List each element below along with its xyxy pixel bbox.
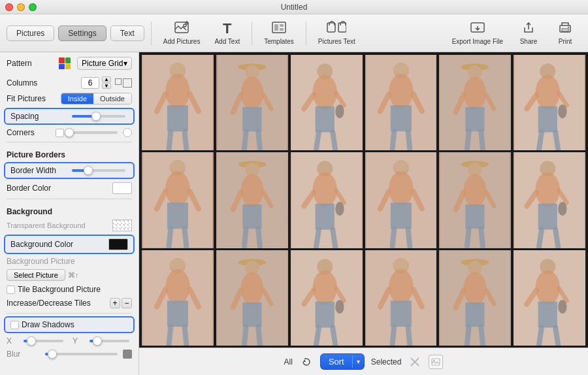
svg-line-120 — [555, 230, 558, 248]
svg-line-119 — [539, 230, 542, 248]
toolbar-separator-3 — [306, 22, 306, 45]
svg-point-97 — [389, 172, 413, 206]
add-text-button[interactable]: T Add Text — [209, 19, 245, 48]
columns-increment[interactable]: ▲ — [102, 76, 111, 82]
bg-picture-label: Background Picture — [7, 257, 132, 266]
picture-borders-header: Picture Borders — [0, 145, 139, 161]
select-picture-row: Select Picture ⌘↑ — [0, 267, 139, 283]
svg-line-74 — [169, 229, 171, 246]
pattern-label: Pattern — [7, 59, 52, 68]
transparent-bg-label: Transparent Background — [7, 221, 112, 229]
templates-button[interactable]: Templates — [259, 18, 299, 48]
tab-pictures[interactable]: Pictures — [7, 25, 54, 41]
close-button[interactable] — [5, 3, 13, 11]
add-pictures-button[interactable]: Add Pictures — [158, 18, 206, 48]
border-width-slider[interactable] — [72, 169, 125, 172]
pattern-dropdown[interactable]: Picture Grid ▾ — [77, 57, 132, 70]
shadow-x-thumb[interactable] — [27, 336, 36, 346]
image-placeholder-button[interactable] — [429, 355, 443, 369]
spacing-thumb[interactable] — [91, 112, 101, 121]
svg-rect-12 — [562, 29, 568, 31]
grid-view-toggle[interactable] — [115, 78, 132, 88]
svg-point-43 — [389, 74, 413, 108]
content-area: All Sort ▾ Selected — [139, 52, 588, 375]
photo-cell — [142, 55, 214, 150]
bg-picture-row: Background Picture — [0, 255, 139, 267]
svg-rect-44 — [390, 105, 411, 131]
svg-line-156 — [408, 327, 410, 344]
svg-rect-9 — [338, 23, 346, 32]
export-button[interactable]: Export Image File — [447, 18, 508, 48]
svg-point-107 — [464, 174, 487, 208]
maximize-button[interactable] — [29, 3, 37, 11]
tab-settings[interactable]: Settings — [58, 25, 106, 41]
photo-cell — [365, 250, 437, 346]
svg-point-67 — [558, 105, 566, 118]
photo-cell — [514, 55, 585, 150]
refresh-button[interactable] — [299, 355, 314, 369]
delete-selected-button[interactable] — [408, 355, 422, 369]
svg-point-148 — [335, 300, 344, 314]
tab-text[interactable]: Text — [110, 25, 144, 41]
pattern-row: Pattern Picture Grid ▾ — [0, 52, 139, 74]
draw-shadows-checkbox[interactable] — [10, 321, 19, 329]
svg-rect-54 — [466, 107, 485, 131]
columns-decrement[interactable]: ▼ — [102, 83, 111, 89]
fit-outside-btn[interactable]: Outside — [93, 93, 131, 104]
svg-line-174 — [555, 327, 558, 345]
svg-rect-17 — [167, 105, 188, 131]
border-width-thumb[interactable] — [84, 166, 93, 175]
svg-rect-71 — [167, 203, 188, 229]
photo-cell — [514, 250, 585, 346]
photo-cell — [291, 250, 363, 346]
svg-line-38 — [316, 132, 319, 150]
svg-rect-170 — [538, 301, 557, 327]
svg-line-20 — [169, 131, 171, 149]
tile-bg-checkbox[interactable] — [7, 285, 15, 294]
corners-slider[interactable] — [69, 131, 118, 134]
pattern-dropdown-arrow: ▾ — [123, 59, 127, 68]
svg-line-173 — [539, 327, 542, 345]
pictures-text-button[interactable]: Pictures Text — [313, 18, 361, 48]
draw-shadows-row: Draw Shadows — [4, 316, 135, 333]
minimize-button[interactable] — [17, 3, 25, 11]
divider-2 — [7, 199, 132, 199]
fit-inside-btn[interactable]: Inside — [61, 93, 93, 104]
transparent-bg-row: Transparent Background — [0, 218, 139, 233]
photo-cell — [291, 55, 363, 150]
svg-rect-125 — [167, 301, 188, 327]
photo-cell — [142, 152, 214, 248]
share-button[interactable]: Share — [512, 18, 545, 48]
sort-dropdown[interactable]: Sort ▾ — [320, 353, 365, 370]
corners-checkbox[interactable] — [56, 129, 64, 137]
border-color-swatch[interactable] — [112, 182, 132, 194]
blur-thumb[interactable] — [48, 350, 57, 359]
bottom-bar: All Sort ▾ Selected — [139, 348, 588, 375]
transparent-swatch[interactable] — [112, 220, 132, 231]
svg-point-13 — [568, 27, 569, 28]
blur-slider[interactable] — [45, 353, 118, 355]
shadow-y-thumb[interactable] — [93, 336, 102, 346]
select-picture-btn[interactable]: Select Picture — [7, 269, 65, 281]
svg-line-155 — [392, 327, 394, 344]
print-button[interactable]: Print — [549, 18, 581, 48]
y-label: Y — [73, 336, 80, 346]
spacing-slider[interactable] — [72, 115, 125, 118]
svg-line-129 — [185, 327, 187, 344]
svg-point-157 — [392, 259, 410, 269]
svg-line-47 — [392, 131, 394, 149]
increase-btn[interactable]: + — [110, 298, 120, 308]
bg-color-swatch[interactable] — [108, 238, 128, 250]
svg-point-103 — [392, 161, 410, 172]
corners-thumb[interactable] — [65, 128, 74, 137]
svg-point-53 — [464, 76, 487, 110]
shadow-x-slider[interactable] — [24, 340, 63, 342]
columns-input[interactable] — [81, 77, 99, 89]
photo-cell — [365, 152, 437, 248]
decrease-btn[interactable]: − — [122, 298, 132, 308]
svg-point-142 — [312, 270, 336, 304]
shadow-y-slider[interactable] — [90, 340, 129, 342]
blur-end-icon — [123, 350, 132, 359]
svg-line-65 — [539, 132, 542, 150]
svg-point-22 — [169, 63, 187, 74]
